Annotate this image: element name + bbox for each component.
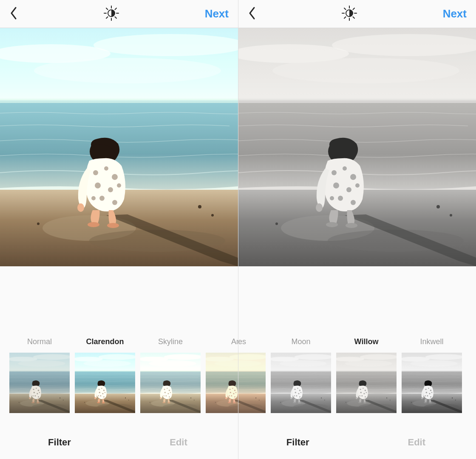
back-button[interactable] <box>9 6 18 22</box>
bottom-tabs: Filter Edit <box>238 426 476 459</box>
svg-point-83 <box>84 402 85 403</box>
svg-point-216 <box>324 400 325 401</box>
svg-point-207 <box>298 393 299 394</box>
filter-thumb <box>9 353 70 413</box>
lux-icon[interactable] <box>103 5 119 23</box>
svg-point-44 <box>33 389 34 390</box>
svg-point-234 <box>361 395 363 396</box>
svg-point-24 <box>117 183 121 188</box>
svg-point-155 <box>350 174 356 180</box>
next-button[interactable]: Next <box>443 7 467 20</box>
filter-thumb <box>402 353 462 413</box>
svg-point-238 <box>358 402 361 403</box>
svg-point-127 <box>234 396 235 397</box>
svg-point-49 <box>39 392 40 393</box>
svg-point-102 <box>169 396 170 397</box>
svg-rect-248 <box>402 371 462 372</box>
filter-inkwell[interactable]: Inkwell <box>402 337 462 413</box>
svg-point-98 <box>167 393 169 394</box>
svg-point-99 <box>170 392 171 393</box>
svg-point-94 <box>164 389 165 390</box>
svg-point-81 <box>125 397 126 398</box>
tab-filter[interactable]: Filter <box>238 437 357 448</box>
filter-willow[interactable]: Willow <box>336 337 397 413</box>
svg-point-163 <box>326 222 338 227</box>
svg-point-190 <box>255 397 256 398</box>
svg-point-79 <box>97 402 100 403</box>
svg-point-236 <box>365 396 366 397</box>
screen-left: Next <box>0 0 238 459</box>
lux-icon[interactable] <box>341 5 357 23</box>
svg-point-215 <box>321 397 322 398</box>
photo-preview[interactable] <box>238 28 476 266</box>
svg-point-12 <box>34 58 221 83</box>
svg-point-27 <box>112 200 117 205</box>
svg-point-45 <box>36 388 37 389</box>
svg-point-19 <box>93 170 98 175</box>
svg-point-203 <box>295 389 296 390</box>
svg-point-130 <box>233 402 236 403</box>
svg-line-139 <box>353 17 355 18</box>
svg-point-264 <box>429 402 432 403</box>
svg-point-46 <box>38 390 40 391</box>
filter-moon[interactable]: Moon <box>271 337 331 413</box>
filter-skyline[interactable]: Skyline <box>140 337 201 413</box>
svg-point-159 <box>338 196 343 201</box>
svg-point-166 <box>450 214 452 217</box>
tab-filter[interactable]: Filter <box>0 437 119 448</box>
svg-point-237 <box>356 397 357 399</box>
svg-line-140 <box>344 17 346 18</box>
svg-point-101 <box>164 395 165 396</box>
svg-line-141 <box>353 8 355 10</box>
filter-area: Normal <box>0 266 238 459</box>
svg-line-7 <box>115 8 116 10</box>
svg-point-262 <box>421 397 423 399</box>
svg-point-125 <box>231 395 232 396</box>
svg-rect-198 <box>271 371 331 372</box>
svg-rect-114 <box>206 371 238 372</box>
svg-point-70 <box>101 388 102 389</box>
svg-rect-39 <box>9 371 70 372</box>
svg-point-266 <box>455 400 456 401</box>
svg-point-20 <box>104 166 108 171</box>
svg-point-97 <box>164 392 166 393</box>
photo-preview[interactable] <box>0 28 238 266</box>
filter-clarendon[interactable]: Clarendon <box>75 337 135 413</box>
svg-point-122 <box>230 392 232 393</box>
back-button[interactable] <box>248 6 256 22</box>
svg-point-57 <box>63 400 64 401</box>
header: Next <box>238 0 476 28</box>
svg-point-146 <box>272 58 459 83</box>
svg-point-254 <box>428 388 429 389</box>
svg-point-208 <box>300 392 302 393</box>
svg-point-156 <box>333 182 339 188</box>
bottom-tabs: Filter Edit <box>0 426 238 459</box>
svg-point-213 <box>293 402 296 403</box>
svg-point-253 <box>425 389 427 390</box>
filter-amaro[interactable]: An <box>206 337 238 413</box>
header: Next <box>0 0 238 28</box>
svg-point-119 <box>230 389 231 390</box>
svg-point-232 <box>363 393 365 394</box>
tab-edit[interactable]: Edit <box>119 437 238 448</box>
filter-strip[interactable]: Normal <box>0 337 238 426</box>
filter-thumb <box>238 353 266 413</box>
svg-point-105 <box>167 402 170 403</box>
svg-rect-89 <box>140 371 201 372</box>
filter-label: Normal <box>27 337 52 348</box>
tab-edit[interactable]: Edit <box>357 437 476 448</box>
svg-point-82 <box>128 400 129 401</box>
svg-point-76 <box>98 395 99 396</box>
next-button[interactable]: Next <box>205 7 229 20</box>
svg-point-53 <box>29 397 31 399</box>
svg-point-265 <box>452 397 453 398</box>
filter-thumb <box>271 353 331 413</box>
filter-normal[interactable]: Normal <box>9 337 70 413</box>
filter-label: Willow <box>354 337 379 348</box>
filter-strip[interactable]: armes <box>238 337 476 426</box>
svg-point-230 <box>365 390 366 391</box>
svg-point-56 <box>60 397 60 398</box>
filter-armes[interactable]: armes <box>238 337 266 413</box>
svg-point-170 <box>238 354 266 360</box>
svg-point-231 <box>360 392 362 393</box>
